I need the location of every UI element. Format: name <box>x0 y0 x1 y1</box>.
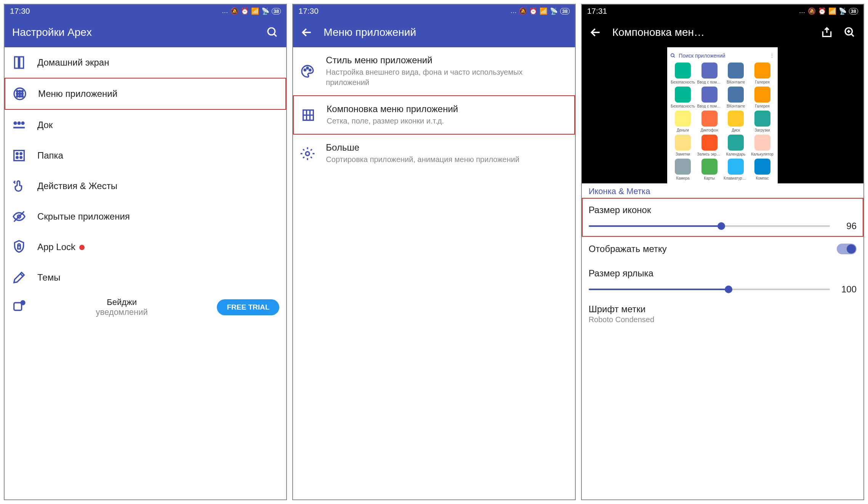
icon-size-value: 96 <box>838 221 857 231</box>
label-size-slider[interactable] <box>589 289 830 290</box>
statusbar: 17:30 …🔕⏰📶📡 38 <box>293 5 575 18</box>
show-label-toggle[interactable] <box>837 244 857 254</box>
setting-show-label[interactable]: Отображать метку <box>582 237 863 261</box>
row-app-lock[interactable]: App Lock <box>5 232 286 262</box>
row-folder[interactable]: Папка <box>5 140 286 171</box>
svg-rect-26 <box>14 303 22 310</box>
preview-app: Галерея <box>750 87 775 108</box>
app-label: Калькулятор <box>751 152 774 156</box>
row-dock[interactable]: Док <box>5 110 286 140</box>
svg-rect-2 <box>14 57 18 68</box>
app-label: Галерея <box>755 80 769 84</box>
statusbar: 17:30 … 🔕 ⏰ 📶 📡 38 <box>5 5 286 18</box>
back-icon[interactable] <box>301 26 313 39</box>
svg-point-14 <box>14 122 16 124</box>
status-time: 17:30 <box>298 6 319 16</box>
notification-off-icon: 🔕 <box>231 7 239 15</box>
status-icons: … 🔕 ⏰ 📶 📡 38 <box>222 7 281 15</box>
setting-icon-size[interactable]: Размер иконок 96 <box>582 198 863 237</box>
app-icon <box>675 135 691 151</box>
row-subtitle: Сетка, поле, размер иконки и.т.д. <box>327 116 567 126</box>
app-icon <box>754 111 770 127</box>
app-label: Деньги <box>677 128 689 132</box>
app-icon <box>728 111 744 127</box>
row-themes[interactable]: Темы <box>5 262 286 293</box>
row-subtitle: Настройка внешнего вида, фона и часто ис… <box>326 67 568 88</box>
app-label: Безопасность <box>671 80 695 84</box>
preview-app: Ввод с помо… <box>697 87 722 108</box>
status-icons: …🔕⏰📶📡 38 <box>799 7 858 15</box>
svg-point-27 <box>21 301 25 305</box>
search-icon[interactable] <box>266 26 279 39</box>
row-home-screen[interactable]: Домашний экран <box>5 47 286 78</box>
preview-search: Поиск приложений ⋮ <box>670 51 775 63</box>
preview-app: Диск <box>723 111 748 132</box>
svg-point-30 <box>307 67 308 69</box>
back-icon[interactable] <box>589 26 602 39</box>
app-label: Диктофон <box>700 128 718 132</box>
palette-icon <box>300 64 315 79</box>
svg-point-11 <box>16 96 18 97</box>
app-icon <box>675 87 691 103</box>
svg-point-5 <box>16 90 18 92</box>
brush-icon <box>11 270 27 285</box>
status-icons: …🔕⏰📶📡 38 <box>510 7 569 15</box>
app-icon <box>754 63 770 79</box>
row-drawer-layout[interactable]: Компоновка меню приложений Сетка, поле, … <box>293 95 575 135</box>
svg-point-6 <box>19 90 21 92</box>
alarm-icon: ⏰ <box>241 7 249 15</box>
battery-icon: 38 <box>272 8 281 14</box>
svg-point-21 <box>16 157 18 159</box>
settings-pane: Иконка & Метка Размер иконок 96 Отобража… <box>582 183 863 329</box>
svg-line-1 <box>274 34 277 37</box>
svg-point-20 <box>20 153 22 155</box>
preview-app: Калькулятор <box>750 135 775 156</box>
preview-app: Ввод с помо… <box>697 63 722 84</box>
row-drawer-style[interactable]: Стиль меню приложений Настройка внешнего… <box>293 47 575 95</box>
new-indicator-dot <box>79 245 85 250</box>
app-label: Ввод с помо… <box>697 104 722 108</box>
svg-point-0 <box>268 28 275 35</box>
app-label: Безопасность <box>671 104 695 108</box>
svg-line-39 <box>851 34 854 37</box>
app-drawer-icon <box>12 86 27 101</box>
preview-app: Камера <box>670 159 695 180</box>
svg-rect-25 <box>18 246 21 249</box>
zoom-in-icon[interactable] <box>844 26 856 39</box>
row-badges[interactable]: Бейджи уведомлений FREE TRIAL <box>5 293 286 320</box>
row-hidden-apps[interactable]: Скрытые приложения <box>5 201 286 232</box>
statusbar: 17:31 …🔕⏰📶📡 38 <box>582 5 863 18</box>
preview-app: Запись экрана <box>697 135 722 156</box>
app-icon <box>754 87 770 103</box>
row-more[interactable]: Больше Сортировка приложений, анимация м… <box>293 135 575 172</box>
row-label: Док <box>37 120 279 130</box>
preview-app: Безопасность <box>670 63 695 84</box>
setting-label-font[interactable]: Шрифт метки Roboto Condensed <box>582 300 863 329</box>
search-icon <box>670 53 676 58</box>
row-title: Стиль меню приложений <box>326 55 568 66</box>
svg-point-7 <box>22 90 23 92</box>
row-label: Скрытые приложения <box>37 211 279 222</box>
preview-app: Заметки <box>670 135 695 156</box>
setting-label: Отображать метку <box>589 244 667 254</box>
svg-point-9 <box>19 93 21 95</box>
app-label: ВКонтакте <box>727 104 745 108</box>
svg-point-29 <box>304 69 306 71</box>
appbar: Меню приложений <box>293 18 575 47</box>
row-app-drawer[interactable]: Меню приложений <box>5 78 286 110</box>
preview-app: Карты <box>697 159 722 180</box>
icon-size-slider[interactable] <box>589 225 830 227</box>
app-icon <box>701 159 717 175</box>
overflow-icon: ⋮ <box>769 53 775 59</box>
free-trial-button[interactable]: FREE TRIAL <box>217 299 279 315</box>
row-gestures[interactable]: Действия & Жесты <box>5 171 286 201</box>
signal-icon: 📶 <box>251 7 259 15</box>
eye-off-icon <box>11 209 27 224</box>
setting-label-size[interactable]: Размер ярлыка 100 <box>582 261 863 300</box>
phone-screen-3: 17:31 …🔕⏰📶📡 38 Компоновка мен… Поиск при… <box>581 4 864 500</box>
preview-app: Компас <box>750 159 775 180</box>
svg-point-16 <box>22 122 24 124</box>
share-icon[interactable] <box>821 26 833 39</box>
folder-icon <box>11 148 27 163</box>
app-icon <box>728 135 744 151</box>
